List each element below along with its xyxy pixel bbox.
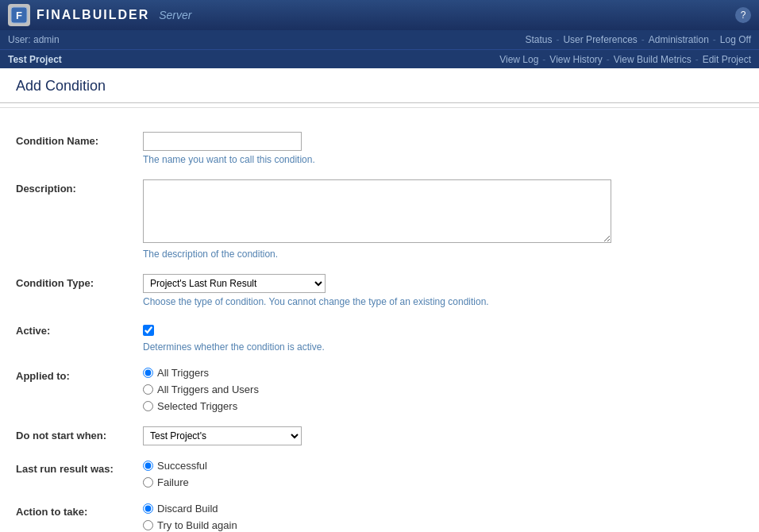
- svg-text:F: F: [16, 10, 22, 21]
- nav-links-bottom: View Log - View History - View Build Met…: [499, 54, 751, 65]
- user-label: User: admin: [8, 34, 60, 45]
- result-successful[interactable]: Successful: [143, 460, 743, 472]
- successful-label: Successful: [157, 460, 207, 472]
- help-icon[interactable]: ?: [735, 7, 751, 23]
- description-row: Description: The description of the cond…: [16, 179, 743, 260]
- logo-area: F FINALBUILDER Server: [8, 4, 191, 26]
- do-not-start-control: Test Project's: [143, 426, 743, 445]
- applied-to-row: Applied to: All Triggers All Triggers an…: [16, 367, 743, 412]
- active-row: Active: Determines whether the condition…: [16, 322, 743, 353]
- description-control: The description of the condition.: [143, 179, 743, 260]
- sep5: -: [607, 54, 610, 65]
- applied-to-all-triggers[interactable]: All Triggers: [143, 367, 743, 379]
- radio-discard-build[interactable]: [143, 503, 153, 514]
- radio-failure[interactable]: [143, 477, 153, 488]
- applied-to-control: All Triggers All Triggers and Users Sele…: [143, 367, 743, 412]
- active-checkbox[interactable]: [143, 325, 154, 336]
- condition-name-hint: The name you want to call this condition…: [143, 154, 743, 165]
- result-failure[interactable]: Failure: [143, 476, 743, 488]
- app-name: FINALBUILDER: [37, 8, 149, 22]
- action-try-to-build-again[interactable]: Try to Build again: [143, 519, 743, 531]
- page-title: Add Condition: [16, 78, 743, 94]
- applied-to-label: Applied to:: [16, 367, 143, 382]
- active-control: Determines whether the condition is acti…: [143, 322, 743, 353]
- page-title-bar: Add Condition: [0, 68, 759, 103]
- app-subtitle: Server: [159, 9, 191, 21]
- sep4: -: [542, 54, 545, 65]
- selected-triggers-label: Selected Triggers: [157, 400, 237, 412]
- description-hint: The description of the condition.: [143, 249, 743, 260]
- condition-name-control: The name you want to call this condition…: [143, 132, 743, 165]
- last-run-result-radio-group: Successful Failure: [143, 460, 743, 488]
- condition-type-control: Project's Last Run Result Choose the typ…: [143, 274, 743, 307]
- radio-selected-triggers[interactable]: [143, 401, 153, 411]
- discard-build-label: Discard Build: [157, 503, 218, 515]
- action-radio-group: Discard Build Try to Build again: [143, 503, 743, 531]
- view-build-metrics-link[interactable]: View Build Metrics: [614, 54, 692, 65]
- logo-icon: F: [8, 4, 30, 26]
- user-preferences-link[interactable]: User Preferences: [563, 34, 637, 45]
- description-label: Description:: [16, 179, 143, 195]
- condition-name-row: Condition Name: The name you want to cal…: [16, 132, 743, 165]
- sep1: -: [556, 34, 559, 45]
- action-discard-build[interactable]: Discard Build: [143, 503, 743, 515]
- header-top: F FINALBUILDER Server ?: [0, 0, 759, 30]
- all-triggers-label: All Triggers: [157, 367, 209, 379]
- view-log-link[interactable]: View Log: [499, 54, 538, 65]
- nav-top: User: admin Status - User Preferences - …: [0, 30, 759, 49]
- nav-bottom: Test Project View Log - View History - V…: [0, 49, 759, 68]
- applied-to-all-triggers-users[interactable]: All Triggers and Users: [143, 384, 743, 395]
- form-area: Condition Name: The name you want to cal…: [0, 120, 759, 532]
- administration-link[interactable]: Administration: [649, 34, 709, 45]
- condition-type-hint: Choose the type of condition. You cannot…: [143, 296, 743, 307]
- failure-label: Failure: [157, 476, 189, 488]
- last-run-result-row: Last run result was: Successful Failure: [16, 460, 743, 488]
- action-to-take-label: Action to take:: [16, 503, 143, 518]
- sep6: -: [695, 54, 699, 65]
- description-textarea[interactable]: [143, 179, 611, 243]
- active-label: Active:: [16, 322, 143, 337]
- applied-to-radio-group: All Triggers All Triggers and Users Sele…: [143, 367, 743, 412]
- sep3: -: [713, 34, 716, 45]
- condition-type-row: Condition Type: Project's Last Run Resul…: [16, 274, 743, 307]
- do-not-start-label: Do not start when:: [16, 426, 143, 441]
- radio-all-triggers-users[interactable]: [143, 384, 153, 395]
- condition-name-input[interactable]: [143, 132, 302, 151]
- applied-to-selected-triggers[interactable]: Selected Triggers: [143, 400, 743, 412]
- radio-successful[interactable]: [143, 461, 153, 471]
- do-not-start-dropdown[interactable]: Test Project's: [143, 426, 302, 445]
- sep2: -: [641, 34, 645, 45]
- condition-type-select-wrapper: Project's Last Run Result: [143, 274, 743, 293]
- do-not-start-row: Do not start when: Test Project's: [16, 426, 743, 445]
- radio-try-to-build-again[interactable]: [143, 520, 153, 530]
- log-off-link[interactable]: Log Off: [720, 34, 751, 45]
- status-link[interactable]: Status: [525, 34, 552, 45]
- action-to-take-control: Discard Build Try to Build again: [143, 503, 743, 531]
- all-triggers-users-label: All Triggers and Users: [157, 384, 259, 395]
- main-content: Add Condition Condition Name: The name y…: [0, 68, 759, 532]
- radio-all-triggers[interactable]: [143, 368, 153, 378]
- try-to-build-again-label: Try to Build again: [157, 519, 237, 531]
- last-run-result-label: Last run result was:: [16, 460, 143, 475]
- nav-links-top: Status - User Preferences - Administrati…: [525, 34, 751, 45]
- project-name[interactable]: Test Project: [8, 54, 62, 65]
- condition-name-label: Condition Name:: [16, 132, 143, 147]
- view-history-link[interactable]: View History: [549, 54, 602, 65]
- condition-type-dropdown[interactable]: Project's Last Run Result: [143, 274, 326, 293]
- last-run-result-control: Successful Failure: [143, 460, 743, 488]
- title-separator: [0, 107, 759, 108]
- active-hint: Determines whether the condition is acti…: [143, 341, 743, 353]
- action-to-take-row: Action to take: Discard Build Try to Bui…: [16, 503, 743, 531]
- edit-project-link[interactable]: Edit Project: [703, 54, 751, 65]
- condition-type-label: Condition Type:: [16, 274, 143, 289]
